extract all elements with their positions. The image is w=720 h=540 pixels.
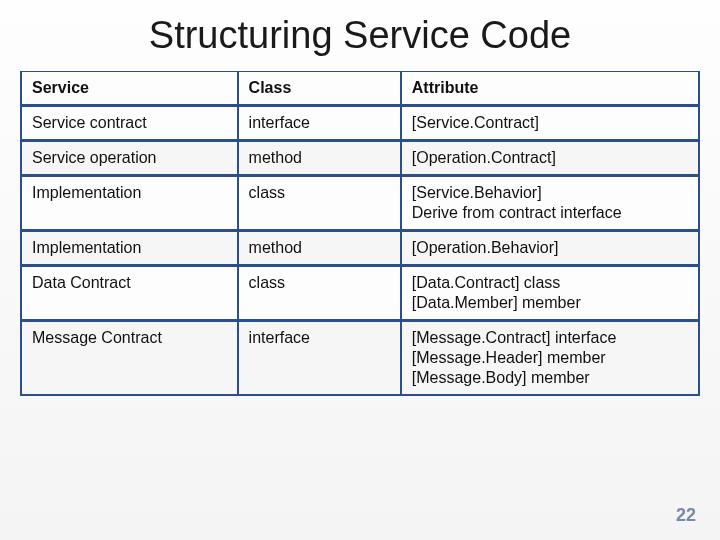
cell-class: interface	[238, 319, 401, 396]
table-row: Implementation method [Operation.Behavio…	[20, 229, 700, 264]
cell-service: Service contract	[20, 104, 238, 139]
service-code-table: Service Class Attribute Service contract…	[20, 71, 700, 396]
cell-service: Service operation	[20, 139, 238, 174]
table-container: Service Class Attribute Service contract…	[0, 67, 720, 396]
cell-class: class	[238, 174, 401, 229]
cell-service: Message Contract	[20, 319, 238, 396]
table-header-service: Service	[20, 71, 238, 104]
table-row: Message Contract interface [Message.Cont…	[20, 319, 700, 396]
cell-class: interface	[238, 104, 401, 139]
page-title: Structuring Service Code	[0, 0, 720, 67]
cell-attribute: [Service.Behavior]Derive from contract i…	[401, 174, 700, 229]
table-row: Implementation class [Service.Behavior]D…	[20, 174, 700, 229]
table-header-class: Class	[238, 71, 401, 104]
cell-attribute: [Message.Contract] interface[Message.Hea…	[401, 319, 700, 396]
cell-service: Implementation	[20, 229, 238, 264]
cell-service: Implementation	[20, 174, 238, 229]
cell-attribute: [Operation.Contract]	[401, 139, 700, 174]
cell-service: Data Contract	[20, 264, 238, 319]
cell-class: method	[238, 139, 401, 174]
cell-attribute: [Operation.Behavior]	[401, 229, 700, 264]
cell-class: class	[238, 264, 401, 319]
page-number: 22	[676, 505, 696, 526]
cell-attribute: [Data.Contract] class[Data.Member] membe…	[401, 264, 700, 319]
table-row: Data Contract class [Data.Contract] clas…	[20, 264, 700, 319]
slide: Structuring Service Code Service Class A…	[0, 0, 720, 540]
table-header-row: Service Class Attribute	[20, 71, 700, 104]
cell-class: method	[238, 229, 401, 264]
table-row: Service operation method [Operation.Cont…	[20, 139, 700, 174]
table-row: Service contract interface [Service.Cont…	[20, 104, 700, 139]
table-header-attribute: Attribute	[401, 71, 700, 104]
cell-attribute: [Service.Contract]	[401, 104, 700, 139]
